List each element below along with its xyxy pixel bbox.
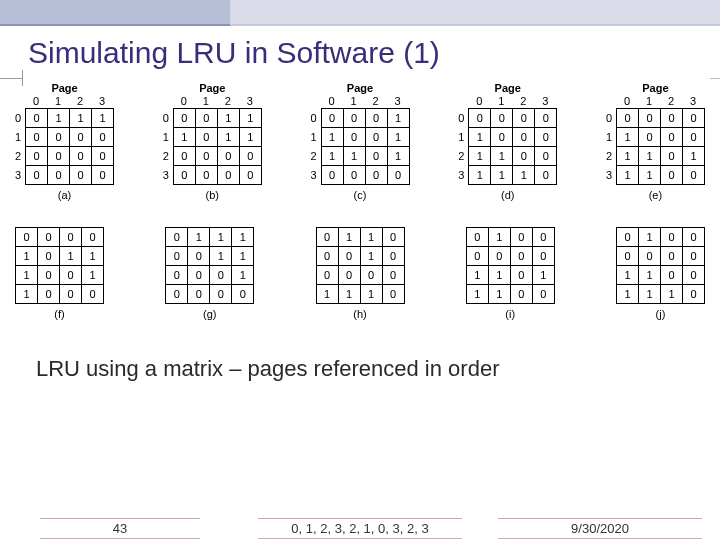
row-numbers: 0123	[310, 109, 316, 185]
table-row: 1011	[16, 247, 104, 266]
matrix-pane: Page012301230000100011001110(d)	[458, 82, 557, 201]
matrix-caption: (h)	[353, 308, 366, 320]
matrix-table: 0111001100010000	[165, 227, 254, 304]
matrix-cell: 0	[316, 266, 338, 285]
matrix-cell: 1	[16, 266, 38, 285]
matrix-cell: 1	[466, 285, 488, 304]
matrix-cell: 1	[239, 128, 261, 147]
matrix-right: 0110001000001110	[316, 227, 405, 304]
matrix-cell: 0	[661, 266, 683, 285]
matrix-cell: 0	[48, 128, 70, 147]
col-number: 1	[490, 95, 512, 107]
matrix-cell: 0	[70, 128, 92, 147]
row-numbers: 0123	[15, 109, 21, 185]
table-row: 1110	[316, 285, 404, 304]
matrix-cell: 0	[510, 285, 532, 304]
row-number: 3	[15, 166, 21, 185]
page-label: Page	[51, 82, 77, 94]
matrix-cell: 0	[683, 266, 705, 285]
footer-sequence: 0, 1, 2, 3, 2, 1, 0, 3, 2, 3	[240, 521, 480, 536]
matrix-pane: Page012301230000100011011100(e)	[606, 82, 705, 201]
matrix-cell: 0	[232, 285, 254, 304]
matrix-cell: 0	[217, 166, 239, 185]
col-numbers: 0123	[25, 95, 114, 107]
table-row: 0000	[617, 109, 705, 128]
table-row: 0011	[173, 109, 261, 128]
matrix-block: 012301230001100111010000	[310, 95, 409, 185]
matrix-cell: 1	[639, 166, 661, 185]
matrix-table: 0111000000000000	[25, 108, 114, 185]
row-number: 1	[458, 128, 464, 147]
slide-tab	[0, 0, 230, 26]
matrix-cell: 0	[166, 285, 188, 304]
table-row: 0000	[26, 128, 114, 147]
matrix-cell: 1	[360, 285, 382, 304]
matrix-cell: 0	[188, 266, 210, 285]
row-number: 0	[310, 109, 316, 128]
matrix-cell: 1	[469, 166, 491, 185]
matrix-cell: 1	[82, 266, 104, 285]
col-numbers: 0123	[616, 95, 705, 107]
matrix-cell: 0	[338, 266, 360, 285]
matrix-cell: 0	[166, 228, 188, 247]
matrix-cell: 0	[639, 128, 661, 147]
matrix-block: 0111001100010000	[165, 227, 254, 304]
matrix-cell: 0	[466, 228, 488, 247]
matrix-cell: 1	[639, 147, 661, 166]
matrix-caption: (d)	[501, 189, 514, 201]
row-numbers: 0123	[458, 109, 464, 185]
matrix-cell: 0	[48, 166, 70, 185]
matrix-cell: 1	[491, 147, 513, 166]
row-number: 2	[15, 147, 21, 166]
matrix-pane: 0100000011011100(i)	[466, 227, 555, 320]
matrix-cell: 1	[316, 285, 338, 304]
matrix-cell: 0	[60, 228, 82, 247]
matrix-cell: 0	[661, 109, 683, 128]
matrix-cell: 0	[469, 109, 491, 128]
col-number: 0	[616, 95, 638, 107]
matrix-cell: 0	[195, 166, 217, 185]
row-number: 2	[163, 147, 169, 166]
row-number: 3	[310, 166, 316, 185]
matrix-cell: 1	[469, 147, 491, 166]
matrix-caption: (f)	[54, 308, 64, 320]
matrix-cell: 1	[639, 266, 661, 285]
matrix-cell: 0	[173, 147, 195, 166]
matrix-cell: 1	[321, 147, 343, 166]
slide-subtitle: LRU using a matrix – pages referenced in…	[36, 356, 720, 382]
table-row: 0100	[466, 228, 554, 247]
col-number: 0	[173, 95, 195, 107]
matrix-cell: 0	[661, 128, 683, 147]
matrix-cell: 0	[683, 128, 705, 147]
matrix-cell: 0	[38, 247, 60, 266]
matrix-caption: (j)	[656, 308, 666, 320]
row-number: 1	[163, 128, 169, 147]
matrix-block: 012301230111000000000000	[15, 95, 114, 185]
matrix-cell: 1	[617, 285, 639, 304]
matrix-cell: 0	[239, 166, 261, 185]
table-row: 1000	[469, 128, 557, 147]
matrix-cell: 1	[16, 247, 38, 266]
matrix-cell: 0	[343, 128, 365, 147]
matrix-cell: 0	[38, 266, 60, 285]
matrix-cell: 1	[82, 247, 104, 266]
col-number: 1	[195, 95, 217, 107]
col-numbers: 0123	[321, 95, 410, 107]
matrix-cell: 0	[683, 247, 705, 266]
matrix-cell: 0	[38, 285, 60, 304]
matrix-cell: 1	[360, 228, 382, 247]
matrix-table: 0100000011011100	[466, 227, 555, 304]
matrix-cell: 0	[365, 109, 387, 128]
guide-marks	[0, 78, 720, 79]
matrix-cell: 0	[26, 166, 48, 185]
matrix-cell: 0	[60, 285, 82, 304]
col-number: 3	[91, 95, 113, 107]
row-number: 1	[606, 128, 612, 147]
col-number: 1	[343, 95, 365, 107]
col-number: 0	[321, 95, 343, 107]
matrix-cell: 0	[173, 109, 195, 128]
matrix-cell: 1	[532, 266, 554, 285]
matrix-caption: (a)	[58, 189, 71, 201]
matrix-cell: 0	[382, 285, 404, 304]
matrix-cell: 0	[338, 247, 360, 266]
